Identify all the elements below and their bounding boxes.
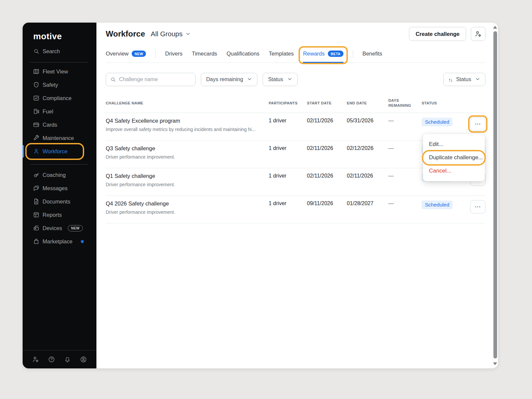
sidebar-item-documents[interactable]: Documents (23, 195, 96, 208)
tab-label: Qualifications (226, 51, 259, 57)
user-settings-icon[interactable] (32, 356, 39, 363)
challenge-name: Q1 Safety challenge (106, 173, 269, 179)
sidebar-item-search[interactable]: Search (23, 45, 96, 58)
scrollbar (492, 23, 498, 368)
user-settings-button[interactable] (471, 27, 485, 41)
sidebar-item-fuel[interactable]: Fuel (23, 105, 96, 118)
sidebar-item-label: Workforce (43, 148, 67, 155)
motive-logo: motive (33, 31, 96, 42)
sidebar-item-workforce[interactable]: Workforce (23, 145, 96, 158)
table-header-cell: END DATE (347, 101, 388, 106)
participants-cell: 1 driver (269, 196, 307, 206)
help-icon[interactable] (48, 356, 55, 363)
tab-rewards[interactable]: Rewards BETA (303, 51, 343, 63)
group-selector[interactable]: All Groups (151, 30, 191, 38)
sidebar-item-compliance[interactable]: Compliance (23, 91, 96, 105)
row-menu-button[interactable]: ⋯ (470, 200, 485, 213)
device-icon (33, 225, 40, 231)
sidebar-item-maintenance[interactable]: Maintenance (23, 131, 96, 145)
days-remaining-cell: — (388, 196, 422, 206)
challenge-name-cell[interactable]: Q1 Safety challenge Driver performance i… (106, 168, 269, 187)
challenge-search-input[interactable] (119, 76, 191, 82)
page-header: Workforce All Groups Create challenge (106, 27, 485, 41)
compliance-icon (33, 95, 40, 101)
sidebar-item-reports[interactable]: Reports (23, 208, 96, 221)
start-date-cell: 02/11/2026 (307, 168, 347, 179)
new-badge: NEW (132, 51, 146, 57)
document-icon (33, 198, 40, 205)
sidebar-divider (30, 164, 88, 165)
sidebar-item-messages[interactable]: Messages (23, 182, 96, 195)
row-menu-button[interactable]: ⋯ (470, 117, 485, 131)
new-badge: NEW (68, 225, 83, 231)
tab-templates[interactable]: Templates (269, 51, 294, 63)
menu-item-label: Cancel... (429, 168, 451, 174)
status-filter[interactable]: Status (263, 73, 297, 86)
sidebar-item-fleet-view[interactable]: Fleet View (23, 65, 96, 78)
search-icon (110, 76, 116, 82)
table-header-cell: START DATE (307, 101, 347, 106)
sidebar-nav-primary: Fleet View Safety Compliance Fuel Cards … (23, 65, 96, 158)
menu-item-cancel[interactable]: Cancel... (423, 165, 485, 177)
group-selector-label: All Groups (151, 30, 183, 38)
tab-drivers[interactable]: Drivers (165, 51, 182, 63)
filter-bar: Days remaining Status ↑↓ Status (106, 73, 485, 86)
chevron-down-icon (186, 30, 191, 38)
challenge-name-cell[interactable]: Q3 Safety challenge Driver performance i… (106, 141, 269, 160)
end-date-cell: 02/12/2026 (347, 141, 388, 151)
table-header-cell: PARTICIPANTS (269, 101, 307, 106)
person-icon (33, 148, 40, 155)
scroll-up-arrow[interactable] (493, 26, 497, 29)
tab-overview[interactable]: Overview NEW (106, 51, 146, 63)
status-cell: Scheduled (422, 113, 470, 126)
tab-qualifications[interactable]: Qualifications (226, 51, 259, 63)
tab-divider (353, 50, 353, 58)
challenge-search-field[interactable] (106, 73, 196, 86)
status-badge: Scheduled (422, 200, 453, 209)
sidebar-item-cards[interactable]: Cards (23, 118, 96, 131)
scrollbar-thumb[interactable] (493, 31, 497, 358)
sidebar-item-label: Maintenance (43, 135, 74, 141)
sidebar: motive Search Fleet View Safety Complian… (23, 23, 96, 368)
status-filter-label: Status (268, 76, 283, 82)
sidebar-item-safety[interactable]: Safety (23, 78, 96, 91)
sidebar-divider (30, 62, 88, 63)
account-icon[interactable] (80, 356, 87, 363)
tab-label: Templates (269, 51, 294, 57)
tab-benefits[interactable]: Benefits (362, 51, 382, 63)
tab-label: Overview (106, 51, 129, 57)
chevron-down-icon (475, 76, 480, 83)
challenge-name: Q4 2026 Safety challenge (106, 200, 269, 207)
wrench-icon (33, 135, 40, 141)
sidebar-item-coaching[interactable]: Coaching (23, 168, 96, 182)
menu-item-label: Edit... (429, 141, 443, 148)
days-remaining-cell: — (388, 113, 422, 124)
header-actions: Create challenge (409, 27, 485, 41)
days-remaining-filter[interactable]: Days remaining (201, 73, 257, 86)
participants-cell: 1 driver (269, 113, 307, 124)
participants-cell: 1 driver (269, 141, 307, 151)
notifications-icon[interactable] (64, 356, 71, 363)
challenge-description: Driver performance improvement. (106, 209, 269, 215)
menu-item-duplicate-challenge[interactable]: Duplicate challenge... (423, 151, 485, 165)
tab-timecards[interactable]: Timecards (192, 51, 217, 63)
scroll-down-arrow[interactable] (493, 362, 497, 365)
chevron-down-icon (247, 76, 252, 83)
challenge-description: Driver performance improvement. (106, 154, 269, 160)
sidebar-item-marketplace[interactable]: Marketplace (23, 235, 96, 248)
sidebar-item-label: Reports (43, 212, 62, 218)
challenge-name-cell[interactable]: Q4 Safety Excellence program Improve ove… (106, 113, 269, 132)
sidebar-footer (23, 350, 96, 368)
challenge-description: Driver performance improvement. (106, 182, 269, 187)
chat-icon (33, 185, 40, 192)
main-content: Workforce All Groups Create challenge Ov… (96, 23, 492, 368)
sidebar-item-devices[interactable]: Devices NEW (23, 221, 96, 235)
challenge-description: Improve overall safety metrics by reduci… (106, 127, 269, 132)
fuel-icon (33, 108, 40, 115)
notification-dot (81, 240, 84, 243)
challenge-name-cell[interactable]: Q4 2026 Safety challenge Driver performa… (106, 196, 269, 215)
sidebar-item-label: Marketplace (43, 238, 72, 245)
create-challenge-button[interactable]: Create challenge (409, 27, 466, 41)
sort-selector[interactable]: ↑↓ Status (443, 73, 485, 86)
menu-item-edit[interactable]: Edit... (423, 138, 485, 151)
